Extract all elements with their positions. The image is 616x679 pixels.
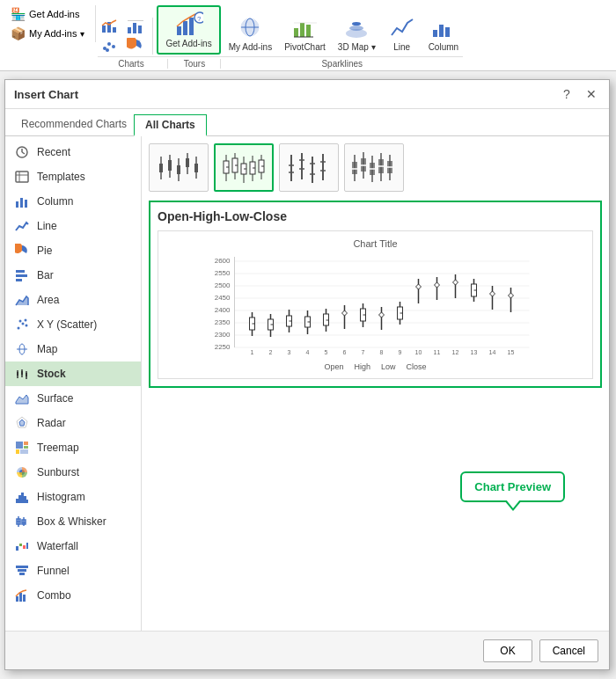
help-button[interactable]: ? <box>558 85 576 103</box>
column-sparkline-button[interactable]: Column <box>424 11 463 55</box>
chart-thumbnail-row <box>149 143 602 192</box>
sidebar-item-radar[interactable]: Radar <box>5 411 141 435</box>
sidebar-item-area[interactable]: Area <box>5 288 141 312</box>
tab-recommended-charts[interactable]: Recommended Charts <box>14 114 134 135</box>
sidebar-item-surface[interactable]: Surface <box>5 386 141 411</box>
pie-icon-small <box>127 38 146 54</box>
ribbon-small-btn-1[interactable] <box>98 18 122 35</box>
svg-text:10: 10 <box>415 349 422 355</box>
my-addins-button[interactable]: 📦 My Add-ins ▾ <box>7 25 88 42</box>
svg-rect-4 <box>133 23 136 33</box>
sidebar-label-recent: Recent <box>37 146 70 158</box>
chart-preview-annotation: Chart Preview <box>460 471 565 502</box>
waterfall-icon <box>14 538 30 554</box>
addin-group: 🏪 Get Add-ins 📦 My Add-ins ▾ <box>7 5 96 42</box>
line-chart-icon <box>388 14 416 42</box>
dialog-titlebar: Insert Chart ? ✕ <box>5 80 609 109</box>
bar-combo-icon <box>100 18 120 34</box>
ribbon-small-btn-4[interactable] <box>124 37 149 55</box>
line-sparkline-button[interactable]: Line <box>384 11 421 55</box>
svg-point-45 <box>25 319 27 322</box>
bar-icon <box>14 267 30 283</box>
svg-rect-50 <box>17 372 18 376</box>
svg-rect-89 <box>177 165 180 174</box>
svg-rect-85 <box>159 164 163 172</box>
3dmap-button[interactable]: 3D Map ▾ <box>334 11 380 55</box>
svg-rect-78 <box>16 566 28 568</box>
pivotchart-button[interactable]: PivotChart <box>280 11 330 55</box>
ribbon-small-btn-2[interactable] <box>124 18 149 35</box>
svg-rect-37 <box>25 200 27 208</box>
chart-thumb-4[interactable] <box>344 143 404 192</box>
sidebar-item-histogram[interactable]: Histogram <box>5 485 141 509</box>
svg-rect-81 <box>16 596 18 602</box>
svg-rect-21 <box>306 25 311 37</box>
svg-rect-54 <box>26 373 27 376</box>
sidebar-label-surface: Surface <box>37 392 73 405</box>
svg-text:2600: 2600 <box>215 257 231 265</box>
sidebar-item-recent[interactable]: Recent <box>5 140 141 164</box>
svg-rect-6 <box>128 20 143 21</box>
myaddin-icon: 📦 <box>11 26 26 40</box>
sidebar-item-treemap[interactable]: Treemap <box>5 435 141 460</box>
svg-text:2350: 2350 <box>215 318 231 326</box>
svg-rect-83 <box>23 595 26 602</box>
sidebar-item-sunburst[interactable]: Sunburst <box>5 460 141 485</box>
histogram-icon <box>14 489 30 505</box>
scatter-icon-small <box>100 38 120 54</box>
sidebar-item-boxwhisker[interactable]: Box & Whisker <box>5 509 141 534</box>
ok-button[interactable]: OK <box>483 639 532 662</box>
svg-rect-75 <box>19 544 22 546</box>
sidebar-label-line: Line <box>37 220 57 232</box>
area-icon <box>14 292 30 308</box>
column-label: Column <box>429 42 458 52</box>
chart-preview-title: Chart Title <box>165 238 585 249</box>
sidebar-item-column[interactable]: Column <box>5 189 141 214</box>
sidebar-item-templates[interactable]: Templates <box>5 164 141 189</box>
chart-thumb-3[interactable] <box>279 143 339 192</box>
sidebar-item-bar[interactable]: Bar <box>5 263 141 288</box>
svg-text:2250: 2250 <box>215 343 231 351</box>
sidebar-item-waterfall[interactable]: Waterfall <box>5 534 141 559</box>
chart-thumb-2[interactable] <box>214 143 274 192</box>
svg-text:5: 5 <box>325 349 328 355</box>
close-button[interactable]: ✕ <box>583 85 600 103</box>
svg-rect-74 <box>16 546 18 551</box>
boxwhisker-icon <box>14 514 30 529</box>
svg-text:2450: 2450 <box>215 294 231 302</box>
ribbon-small-btn-3[interactable] <box>98 37 122 55</box>
sidebar-item-scatter[interactable]: X Y (Scatter) <box>5 312 141 337</box>
svg-rect-66 <box>24 496 26 503</box>
svg-rect-11 <box>177 26 181 35</box>
chevron-down-icon: ▾ <box>80 29 84 39</box>
svg-marker-183 <box>453 280 458 285</box>
tab-all-charts[interactable]: All Charts <box>134 114 207 136</box>
svg-marker-190 <box>509 293 514 298</box>
svg-rect-76 <box>23 545 26 549</box>
sidebar-item-map[interactable]: Map <box>5 337 141 361</box>
sidebar-label-map: Map <box>37 343 57 355</box>
svg-text:7: 7 <box>362 349 365 355</box>
sidebar-label-treemap: Treemap <box>37 442 79 454</box>
maps-button[interactable]: My Add-ins <box>224 11 276 55</box>
svg-rect-27 <box>439 25 444 37</box>
sidebar-item-stock[interactable]: Stock <box>5 361 141 386</box>
svg-point-44 <box>19 320 22 323</box>
svg-marker-188 <box>490 291 495 296</box>
svg-text:?: ? <box>197 15 202 23</box>
sunburst-icon <box>14 464 30 480</box>
sidebar-item-funnel[interactable]: Funnel <box>5 559 141 583</box>
svg-text:13: 13 <box>471 349 478 355</box>
cancel-button[interactable]: Cancel <box>539 639 598 662</box>
sidebar-item-line[interactable]: Line <box>5 214 141 238</box>
svg-marker-56 <box>19 420 25 426</box>
get-addins-button[interactable]: 🏪 Get Add-ins <box>7 5 88 23</box>
legend-close: Close <box>407 362 427 371</box>
chart-thumb-1[interactable] <box>149 143 209 192</box>
sidebar-item-pie[interactable]: Pie <box>5 238 141 263</box>
recommended-charts-button[interactable]: ? Get Add-ins <box>157 5 220 55</box>
svg-point-25 <box>352 22 361 26</box>
sidebar-item-combo[interactable]: Combo <box>5 583 141 608</box>
recent-icon <box>14 144 30 160</box>
pie-icon <box>14 243 30 259</box>
